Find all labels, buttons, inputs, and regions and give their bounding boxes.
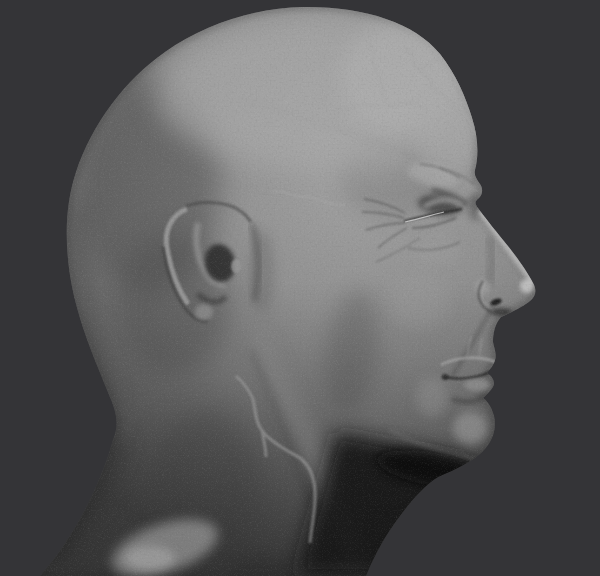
sculpt-viewport: Grayscale digital sculpture render of a … xyxy=(0,0,600,576)
head-sculpt-render xyxy=(0,0,600,576)
